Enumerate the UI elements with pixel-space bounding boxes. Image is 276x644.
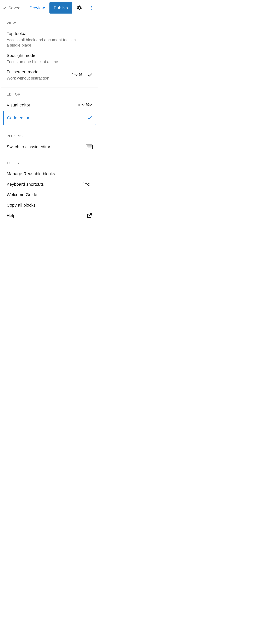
svg-rect-10 (88, 147, 89, 147)
svg-rect-11 (89, 147, 90, 147)
keyboard-icon (86, 144, 93, 150)
section-tools: TOOLS Manage Reusable blocks Keyboard sh… (1, 156, 98, 225)
menu-item-title: Visual editor (6, 102, 74, 108)
menu-top-toolbar[interactable]: Top toolbar Access all block and documen… (1, 28, 98, 50)
svg-point-0 (91, 6, 92, 7)
check-icon (87, 72, 93, 78)
menu-item-desc: Focus on one block at a time (6, 59, 77, 64)
preview-button[interactable]: Preview (26, 2, 48, 13)
svg-rect-7 (90, 146, 91, 146)
menu-help[interactable]: Help (1, 210, 98, 221)
menu-visual-editor[interactable]: Visual editor ⇧⌥⌘M (1, 100, 98, 110)
svg-rect-9 (87, 147, 88, 147)
svg-rect-4 (87, 146, 88, 146)
section-label-view: VIEW (1, 21, 98, 28)
svg-rect-6 (89, 146, 90, 146)
svg-rect-8 (91, 146, 92, 146)
more-menu-button[interactable] (87, 3, 97, 13)
section-view: VIEW Top toolbar Access all block and do… (1, 16, 98, 88)
menu-item-title: Switch to classic editor (6, 144, 84, 150)
section-label-tools: TOOLS (1, 161, 98, 168)
menu-manage-reusable-blocks[interactable]: Manage Reusable blocks (1, 168, 98, 179)
menu-fullscreen-mode[interactable]: Fullscreen mode Work without distraction… (1, 67, 98, 83)
section-label-plugins: PLUGINS (1, 134, 98, 142)
saved-status: Saved (2, 6, 20, 10)
options-menu: VIEW Top toolbar Access all block and do… (1, 16, 98, 225)
check-icon (87, 115, 92, 120)
publish-button[interactable]: Publish (49, 2, 72, 14)
saved-label: Saved (8, 6, 20, 10)
gear-icon (76, 5, 82, 11)
kebab-icon (89, 6, 94, 10)
menu-item-title: Code editor (7, 115, 85, 121)
external-link-icon (87, 213, 93, 219)
menu-switch-classic-editor[interactable]: Switch to classic editor (1, 142, 98, 152)
svg-point-1 (91, 8, 92, 8)
menu-copy-all-blocks[interactable]: Copy all blocks (1, 200, 98, 210)
menu-item-shortcut: ⇧⌥⌘M (77, 102, 93, 107)
section-editor: EDITOR Visual editor ⇧⌥⌘M Code editor (1, 88, 98, 129)
menu-item-shortcut: ⌃⌥H (82, 182, 93, 186)
menu-item-desc: Work without distraction (6, 76, 67, 81)
menu-item-desc: Access all block and document tools in a… (6, 37, 77, 48)
menu-item-title: Welcome Guide (6, 192, 93, 198)
menu-code-editor[interactable]: Code editor (3, 111, 96, 125)
settings-button[interactable] (74, 2, 85, 14)
svg-rect-5 (88, 146, 89, 146)
editor-header: Saved Preview Publish (0, 0, 98, 16)
menu-welcome-guide[interactable]: Welcome Guide (1, 190, 98, 200)
svg-point-2 (91, 9, 92, 10)
menu-item-title: Fullscreen mode (6, 69, 67, 75)
menu-item-title: Spotlight mode (6, 52, 93, 58)
svg-rect-14 (88, 148, 91, 148)
menu-item-title: Top toolbar (6, 31, 93, 36)
menu-item-shortcut: ⇧⌥⌘F (71, 72, 85, 77)
menu-item-title: Keyboard shortcuts (6, 182, 78, 187)
section-plugins: PLUGINS Switch to classic editor (1, 129, 98, 156)
section-label-editor: EDITOR (1, 92, 98, 100)
menu-item-title: Copy all blocks (6, 202, 93, 208)
svg-rect-12 (90, 147, 91, 147)
menu-spotlight-mode[interactable]: Spotlight mode Focus on one block at a t… (1, 50, 98, 67)
svg-rect-13 (91, 147, 92, 147)
menu-keyboard-shortcuts[interactable]: Keyboard shortcuts ⌃⌥H (1, 179, 98, 190)
menu-item-title: Manage Reusable blocks (6, 171, 93, 177)
check-icon (2, 6, 7, 10)
menu-item-title: Help (6, 213, 84, 219)
